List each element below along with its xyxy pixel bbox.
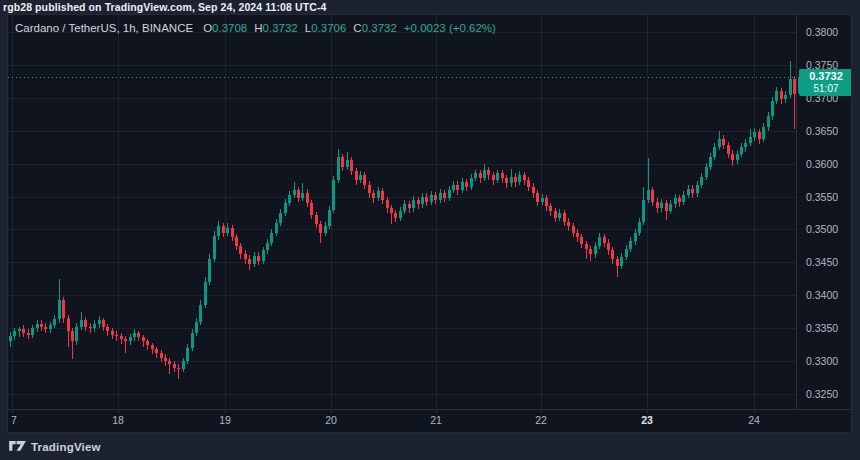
candle-body [532,187,535,193]
candle-body [182,361,185,369]
candle-wick [586,241,587,259]
candle-body [49,325,52,329]
candle-body [75,327,78,341]
candle-body [372,193,375,198]
candle-body [124,339,127,341]
candle-body [501,173,504,178]
candle-body [129,337,132,341]
candle-body [687,189,690,195]
candle-body [514,177,517,182]
candle-body [80,320,83,327]
candle-body [160,353,163,358]
candle-body [341,157,344,167]
candle-body [164,358,167,361]
candle-body [239,246,242,254]
candle-body [36,324,39,328]
candle-body [217,226,220,236]
open-value: 0.3708 [212,22,247,34]
chart-legend[interactable]: Cardano / TetherUS, 1h, BINANCEO0.3708H0… [15,22,496,34]
candle-body [492,175,495,180]
price-axis-label: 0.3600 [806,158,852,170]
candle-body [700,177,703,185]
candle-body [589,249,592,254]
candle-body [199,305,202,322]
candle-body [749,137,752,143]
candle-body [262,250,265,261]
candle-body [465,182,468,187]
candle-body [146,341,149,345]
candle-body [355,171,358,180]
candle-body [381,191,384,200]
candle-body [332,180,335,210]
page: { "attribution": "rgb28 published on Tra… [0,0,860,460]
bar-countdown: 51:07 [813,83,838,95]
candle-body [452,185,455,190]
candle-body [31,328,34,335]
candle-body [674,198,677,204]
candle-body [789,79,792,95]
candle-body [53,319,56,325]
close-label: C [353,22,361,34]
candle-body [771,101,774,116]
tradingview-logo-icon [9,441,26,454]
candle-body [306,193,309,203]
candle-body [554,211,557,218]
candle-body [580,237,583,244]
candle-body [536,193,539,202]
chart-panel[interactable]: Cardano / TetherUS, 1h, BINANCEO0.3708H0… [7,14,852,433]
candle-body [682,195,685,202]
candle-body [390,208,393,213]
change-value: +0.0023 (+0.62%) [404,22,496,34]
candle-body [523,175,526,180]
tradingview-footer[interactable]: TradingView [9,440,101,454]
candle-body [505,178,508,183]
price-axis-label: 0.3400 [806,289,852,301]
candle-body [594,246,597,254]
candle-body [301,193,304,198]
candle-wick [19,327,20,337]
candle-body [780,91,783,99]
candle-body [324,226,327,233]
candle-wick [302,183,303,201]
candle-body [279,213,282,223]
time-axis-label: 7 [11,414,17,426]
candle-body [713,147,716,157]
candle-body [656,202,659,208]
candle-body [567,222,570,226]
candle-body [718,139,721,147]
candle-body [634,233,637,241]
candle-body [793,79,796,94]
candle-body [496,173,499,180]
candle-body [753,132,756,137]
candle-body [257,256,260,261]
candle-body [368,185,371,193]
time-axis-label: 20 [325,414,337,426]
candle-body [115,335,118,336]
candle-body [93,324,96,328]
candle-body [443,193,446,198]
candle-body [434,195,437,200]
price-axis-label: 0.3300 [806,355,852,367]
candle-body [44,327,47,329]
candle-body [558,213,561,218]
candle-body [403,204,406,211]
candle-body [22,329,25,333]
candle-body [598,237,601,246]
open-label: O [203,22,212,34]
candlestick-chart[interactable] [8,15,852,433]
candle-body [642,200,645,222]
price-axis-label: 0.3500 [806,223,852,235]
price-axis-label: 0.3250 [806,388,852,400]
candle-body [27,333,30,335]
candle-body [691,189,694,193]
candle-body [248,259,251,264]
candle-body [421,197,424,204]
candle-body [399,211,402,218]
candle-body [727,145,730,154]
candle-body [253,256,256,264]
candle-body [518,175,521,182]
candle-body [731,154,734,160]
candle-body [168,361,171,364]
candle-body [213,236,216,259]
candle-body [9,336,12,341]
